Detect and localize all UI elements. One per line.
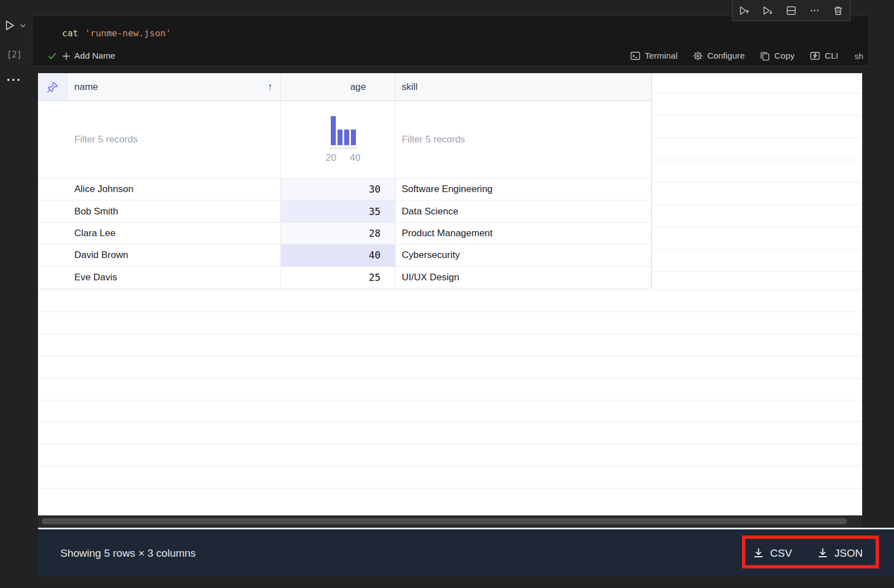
- download-icon: [817, 548, 828, 558]
- execution-count: [2]: [7, 50, 22, 60]
- grid-right-edge: [652, 73, 652, 290]
- table-row[interactable]: Bob Smith35Data Science: [38, 200, 652, 222]
- empty-grid-line: [652, 137, 862, 138]
- code-cell[interactable]: cat'runme-new.json' Add Name Terminal: [32, 16, 869, 66]
- empty-grid-line: [38, 356, 862, 356]
- download-json-button[interactable]: JSON: [817, 547, 863, 560]
- command-line[interactable]: cat'runme-new.json': [62, 28, 171, 39]
- cell-age[interactable]: 30: [281, 179, 396, 200]
- download-icon: [753, 548, 764, 558]
- cell-name[interactable]: Bob Smith: [38, 200, 281, 222]
- cell-skill[interactable]: Product Management: [396, 223, 652, 244]
- table-header-row: name ↑ age skill: [38, 73, 652, 101]
- empty-grid-line: [38, 488, 862, 489]
- copy-icon: [760, 51, 770, 61]
- output-more-actions-icon[interactable]: [7, 79, 20, 81]
- table-row[interactable]: David Brown40Cybersecurity: [38, 245, 652, 266]
- sort-ascending-icon[interactable]: ↑: [268, 81, 273, 93]
- empty-grid-line: [652, 204, 862, 205]
- empty-grid-line: [652, 160, 862, 160]
- table-row[interactable]: Eve Davis25UI/UX Design: [38, 267, 652, 289]
- command-argument: 'runme-new.json': [85, 28, 171, 39]
- scrollbar-thumb[interactable]: [42, 518, 847, 524]
- cell-name[interactable]: Alice Johnson: [38, 179, 281, 200]
- table-body: Alice Johnson30Software EngineeringBob S…: [38, 179, 652, 289]
- more-actions-icon[interactable]: [809, 5, 820, 16]
- language-badge: sh: [854, 51, 863, 61]
- histogram-tick-max: 40: [350, 152, 360, 164]
- empty-grid-line: [38, 378, 862, 379]
- cell-age[interactable]: 25: [281, 267, 396, 288]
- gear-icon: [693, 51, 703, 61]
- cell-skill[interactable]: Cybersecurity: [396, 245, 652, 266]
- split-cell-button[interactable]: [786, 5, 797, 16]
- empty-grid-line: [38, 312, 862, 312]
- empty-grid-line: [38, 444, 862, 444]
- column-header-name[interactable]: name ↑: [67, 73, 281, 101]
- execute-above-button[interactable]: [739, 5, 750, 16]
- skill-filter-input[interactable]: Filter 5 records: [396, 101, 652, 178]
- cell-skill[interactable]: Data Science: [396, 200, 652, 222]
- table-output: name ↑ age skill Filter 5 records 20 40: [38, 73, 862, 515]
- empty-grid-line: [652, 93, 862, 93]
- age-histogram-filter[interactable]: 20 40: [281, 101, 396, 178]
- delete-cell-button[interactable]: [833, 5, 844, 16]
- column-header-age[interactable]: age: [281, 73, 396, 101]
- download-csv-button[interactable]: CSV: [753, 547, 792, 560]
- add-name-button[interactable]: Add Name: [62, 51, 115, 61]
- empty-grid-line: [38, 334, 862, 334]
- cell-name[interactable]: David Brown: [38, 245, 281, 266]
- table-row[interactable]: Clara Lee28Product Management: [38, 223, 652, 245]
- table-footer: Showing 5 rows × 3 columns CSV JSON: [38, 529, 894, 577]
- command-token: cat: [62, 28, 78, 39]
- name-filter-input[interactable]: Filter 5 records: [38, 101, 281, 178]
- empty-grid-line: [38, 422, 862, 422]
- row-count-summary: Showing 5 rows × 3 columns: [60, 547, 196, 560]
- filter-row: Filter 5 records 20 40 Filter 5 records: [38, 101, 652, 179]
- terminal-button[interactable]: Terminal: [630, 51, 678, 61]
- horizontal-scrollbar[interactable]: [38, 515, 862, 528]
- empty-grid-line: [652, 271, 862, 272]
- terminal-icon: [630, 51, 640, 61]
- cell-toolbar: [732, 0, 850, 21]
- histogram-bars: [331, 116, 356, 145]
- age-histogram: 20 40: [326, 116, 360, 164]
- plus-icon: [62, 52, 70, 60]
- cell-age[interactable]: 35: [281, 200, 396, 222]
- empty-grid-line: [38, 466, 862, 466]
- cell-age[interactable]: 28: [281, 223, 396, 244]
- cell-age[interactable]: 40: [281, 245, 396, 266]
- cell-skill[interactable]: UI/UX Design: [396, 267, 652, 288]
- empty-grid-line: [652, 115, 862, 116]
- table-row[interactable]: Alice Johnson30Software Engineering: [38, 179, 652, 200]
- cli-button[interactable]: CLI: [810, 51, 838, 61]
- copy-button[interactable]: Copy: [760, 51, 795, 61]
- run-cell-button[interactable]: [4, 20, 15, 31]
- empty-grid-line: [652, 182, 862, 183]
- histogram-tick-min: 20: [326, 152, 336, 164]
- configure-button[interactable]: Configure: [693, 51, 745, 61]
- cell-name[interactable]: Eve Davis: [38, 267, 281, 288]
- cell-skill[interactable]: Software Engineering: [396, 179, 652, 200]
- empty-grid-line: [652, 249, 862, 250]
- pin-icon: [46, 81, 59, 93]
- empty-grid-line: [38, 290, 862, 290]
- column-header-skill[interactable]: skill: [396, 73, 652, 101]
- success-check-icon: [47, 51, 57, 61]
- cli-icon: [810, 51, 820, 61]
- empty-grid-line: [38, 400, 862, 400]
- run-options-chevron-icon[interactable]: [20, 22, 26, 29]
- notebook-window: [2] cat'runme-new.json' Add Name Termina…: [0, 0, 894, 588]
- pin-column-header[interactable]: [38, 73, 67, 101]
- cell-name[interactable]: Clara Lee: [38, 223, 281, 244]
- execute-below-button[interactable]: [762, 5, 773, 16]
- histogram-baseline: [329, 148, 357, 149]
- empty-grid-line: [652, 227, 862, 227]
